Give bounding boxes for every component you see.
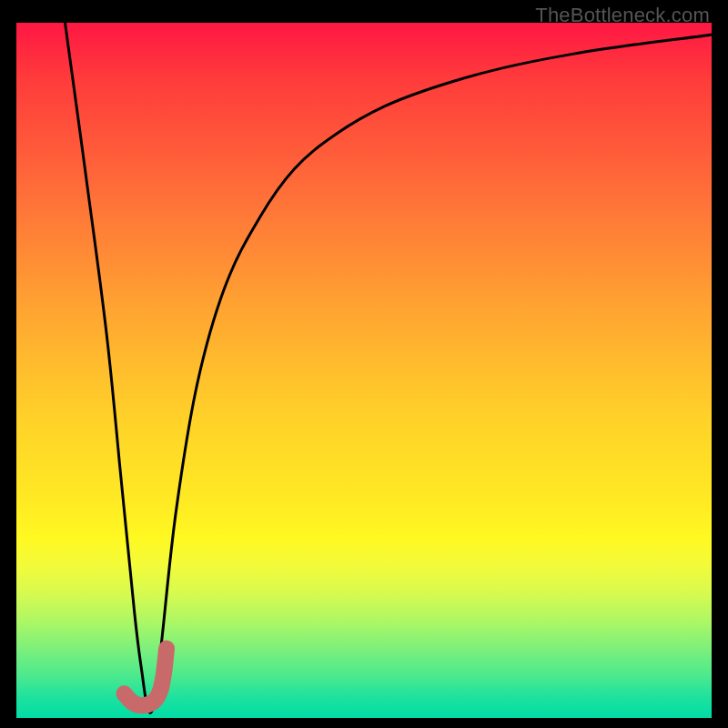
svg-point-0 bbox=[117, 687, 130, 700]
j-marker bbox=[16, 23, 712, 718]
plot-area bbox=[16, 23, 712, 718]
chart-frame: TheBottleneck.com bbox=[0, 0, 728, 728]
watermark-text: TheBottleneck.com bbox=[535, 4, 710, 27]
